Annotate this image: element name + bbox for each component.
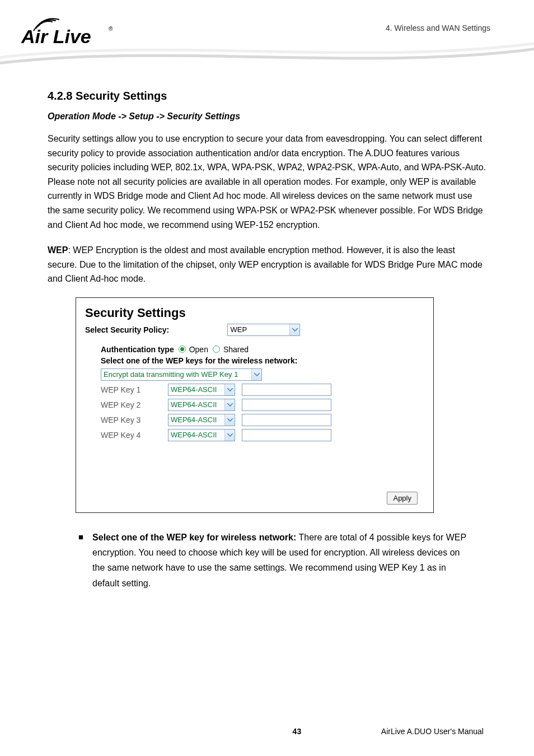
wep-description: : WEP Encryption is the oldest and most … bbox=[48, 245, 483, 283]
encrypt-key-select[interactable]: Encrypt data transmitting with WEP Key 1 bbox=[101, 368, 262, 381]
security-policy-value: WEP bbox=[228, 324, 250, 335]
wep-key-row-1: WEP Key 1 WEP64-ASCII bbox=[101, 384, 424, 396]
wep-key-1-type-value: WEP64-ASCII bbox=[168, 384, 220, 395]
encrypt-key-value: Encrypt data transmitting with WEP Key 1 bbox=[101, 369, 241, 380]
header-swoosh bbox=[0, 39, 534, 67]
chevron-down-icon bbox=[224, 414, 235, 426]
wep-key-3-type-select[interactable]: WEP64-ASCII bbox=[168, 414, 235, 426]
bullet-text: Select one of the WEP key for wireless n… bbox=[92, 530, 470, 591]
wep-key-4-type-value: WEP64-ASCII bbox=[168, 430, 220, 441]
wep-key-3-label: WEP Key 3 bbox=[101, 416, 168, 424]
bullet-lead: Select one of the WEP key for wireless n… bbox=[92, 533, 296, 542]
wep-key-4-label: WEP Key 4 bbox=[101, 431, 168, 440]
select-key-instruction: Select one of the WEP keys for the wirel… bbox=[101, 356, 424, 365]
wep-key-2-label: WEP Key 2 bbox=[101, 400, 168, 409]
wep-key-4-input[interactable] bbox=[242, 429, 331, 441]
intro-paragraph: Security settings allow you to use encry… bbox=[48, 132, 486, 232]
wep-paragraph: WEP: WEP Encryption is the oldest and mo… bbox=[48, 243, 486, 286]
page-footer: 43 AirLive A.DUO User's Manual bbox=[0, 727, 534, 736]
auth-open-label: Open bbox=[189, 345, 208, 354]
chevron-down-icon bbox=[224, 399, 235, 410]
bullet-icon: ■ bbox=[78, 530, 83, 591]
wep-key-4-type-select[interactable]: WEP64-ASCII bbox=[168, 429, 235, 441]
chevron-down-icon bbox=[289, 324, 299, 335]
security-policy-select[interactable]: WEP bbox=[227, 324, 300, 336]
wep-key-1-input[interactable] bbox=[242, 384, 331, 396]
wep-key-2-type-select[interactable]: WEP64-ASCII bbox=[168, 399, 235, 411]
chapter-breadcrumb: 4. Wireless and WAN Settings bbox=[386, 24, 490, 32]
wep-key-1-type-select[interactable]: WEP64-ASCII bbox=[168, 384, 235, 396]
auth-type-label: Authentication type bbox=[101, 345, 174, 354]
wep-key-row-3: WEP Key 3 WEP64-ASCII bbox=[101, 414, 424, 426]
wep-key-2-type-value: WEP64-ASCII bbox=[168, 399, 220, 410]
svg-text:®: ® bbox=[109, 26, 113, 32]
apply-button[interactable]: Apply bbox=[387, 492, 418, 505]
wep-key-row-4: WEP Key 4 WEP64-ASCII bbox=[101, 429, 424, 441]
policy-label: Select Security Policy: bbox=[85, 325, 225, 334]
auth-shared-radio[interactable] bbox=[213, 346, 220, 353]
chevron-down-icon bbox=[224, 384, 235, 395]
page-number: 43 bbox=[293, 727, 302, 736]
wep-label: WEP bbox=[48, 245, 68, 255]
security-settings-panel: Security Settings Select Security Policy… bbox=[76, 297, 434, 513]
auth-type-row: Authentication type Open Shared bbox=[101, 345, 424, 354]
auth-open-radio[interactable] bbox=[179, 346, 186, 353]
manual-title: AirLive A.DUO User's Manual bbox=[381, 727, 484, 736]
auth-shared-label: Shared bbox=[223, 345, 249, 354]
panel-title: Security Settings bbox=[85, 306, 424, 320]
chevron-down-icon bbox=[251, 369, 261, 380]
chevron-down-icon bbox=[224, 430, 235, 441]
wep-key-1-label: WEP Key 1 bbox=[101, 385, 168, 394]
wep-key-row-2: WEP Key 2 WEP64-ASCII bbox=[101, 399, 424, 411]
wep-key-3-input[interactable] bbox=[242, 414, 331, 426]
wep-key-2-input[interactable] bbox=[242, 399, 331, 411]
navigation-path: Operation Mode -> Setup -> Security Sett… bbox=[48, 111, 486, 122]
section-heading: 4.2.8 Security Settings bbox=[48, 90, 486, 102]
wep-key-3-type-value: WEP64-ASCII bbox=[168, 414, 220, 426]
